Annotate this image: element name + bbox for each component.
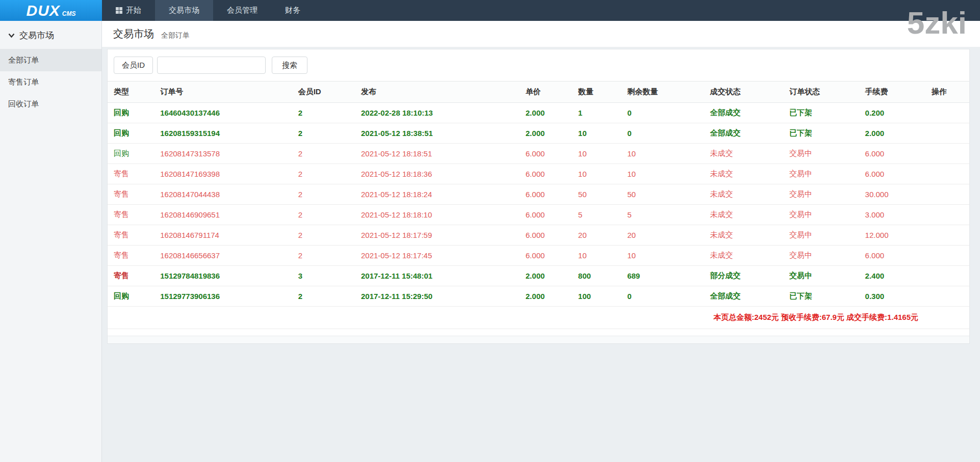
- table-row: 回购1512977390613622017-12-11 15:29:502.00…: [108, 286, 969, 307]
- cell-order_no: 16460430137446: [154, 103, 292, 123]
- cell-remaining: 10: [621, 246, 704, 266]
- nav-item-label: 交易市场: [169, 6, 199, 15]
- cell-deal_status: 未成交: [704, 144, 783, 164]
- cell-qty: 10: [572, 164, 621, 184]
- cell-member_id: 2: [292, 205, 355, 225]
- cell-remaining: 20: [621, 225, 704, 246]
- table-row: 寄售1620814690965122021-05-12 18:18:106.00…: [108, 205, 969, 225]
- table-row: 寄售1620814716939822021-05-12 18:18:366.00…: [108, 164, 969, 184]
- cell-action: [925, 246, 969, 266]
- cell-price: 6.000: [520, 184, 572, 205]
- cell-member_id: 2: [292, 286, 355, 307]
- cell-price: 2.000: [520, 123, 572, 144]
- cell-type: 寄售: [108, 266, 154, 286]
- cell-published: 2021-05-12 18:38:51: [355, 123, 520, 144]
- cell-deal_status: 全部成交: [704, 123, 783, 144]
- cell-qty: 50: [572, 184, 621, 205]
- column-header: 剩余数量: [621, 81, 704, 103]
- cell-type: 寄售: [108, 225, 154, 246]
- cell-order_no: 16208159315194: [154, 123, 292, 144]
- cell-type: 回购: [108, 103, 154, 123]
- nav-item-label: 开始: [126, 6, 141, 15]
- cell-order_no: 16208146791174: [154, 225, 292, 246]
- cell-order_status: 交易中: [783, 205, 859, 225]
- member-id-input[interactable]: [157, 57, 266, 74]
- main-content: 交易市场 全部订单 会员ID 搜索 类型订单号会员ID发布单价数量剩余数量成交状…: [102, 21, 980, 462]
- cell-action: [925, 286, 969, 307]
- cell-fee: 3.000: [859, 205, 925, 225]
- cell-published: 2021-05-12 18:18:36: [355, 164, 520, 184]
- cell-deal_status: 未成交: [704, 164, 783, 184]
- chevron-down-icon: [8, 31, 15, 41]
- cell-price: 6.000: [520, 144, 572, 164]
- cell-remaining: 5: [621, 205, 704, 225]
- cell-member_id: 3: [292, 266, 355, 286]
- nav-item-members[interactable]: 会员管理: [213, 0, 271, 21]
- cell-action: [925, 184, 969, 205]
- cell-remaining: 0: [621, 286, 704, 307]
- orders-table: 类型订单号会员ID发布单价数量剩余数量成交状态订单状态手续费操作 回购16460…: [108, 81, 969, 329]
- cell-order_status: 交易中: [783, 144, 859, 164]
- cell-qty: 10: [572, 123, 621, 144]
- cell-order_status: 交易中: [783, 225, 859, 246]
- panel-footer: [108, 336, 969, 343]
- cell-order_no: 15129773906136: [154, 286, 292, 307]
- cell-fee: 2.400: [859, 266, 925, 286]
- column-header: 类型: [108, 81, 154, 103]
- nav-item-finance[interactable]: 财务: [271, 0, 314, 21]
- page-title: 交易市场: [113, 27, 154, 41]
- cell-order_no: 16208147044438: [154, 184, 292, 205]
- cell-order_status: 交易中: [783, 164, 859, 184]
- navbar-menu: 开始交易市场会员管理财务: [102, 0, 980, 21]
- cell-deal_status: 未成交: [704, 246, 783, 266]
- cell-published: 2021-05-12 18:18:10: [355, 205, 520, 225]
- cell-qty: 1: [572, 103, 621, 123]
- cell-type: 寄售: [108, 246, 154, 266]
- cell-member_id: 2: [292, 103, 355, 123]
- cell-action: [925, 266, 969, 286]
- logo[interactable]: DUX CMS: [0, 0, 102, 21]
- table-header: 类型订单号会员ID发布单价数量剩余数量成交状态订单状态手续费操作: [108, 81, 969, 103]
- cell-order_status: 交易中: [783, 246, 859, 266]
- search-bar: 会员ID 搜索: [108, 49, 969, 81]
- cell-remaining: 0: [621, 103, 704, 123]
- search-button[interactable]: 搜索: [272, 57, 307, 74]
- cell-remaining: 50: [621, 184, 704, 205]
- cell-qty: 5: [572, 205, 621, 225]
- cell-order_no: 16208146909651: [154, 205, 292, 225]
- cell-deal_status: 全部成交: [704, 103, 783, 123]
- column-header: 单价: [520, 81, 572, 103]
- cell-fee: 6.000: [859, 144, 925, 164]
- topbar: DUX CMS 开始交易市场会员管理财务: [0, 0, 980, 21]
- sidebar-item-consign-orders[interactable]: 寄售订单: [0, 71, 101, 93]
- cell-published: 2021-05-12 18:18:24: [355, 184, 520, 205]
- cell-type: 寄售: [108, 184, 154, 205]
- cell-qty: 10: [572, 246, 621, 266]
- sidebar-item-recycle-orders[interactable]: 回收订单: [0, 93, 101, 115]
- column-header: 成交状态: [704, 81, 783, 103]
- layout: 交易市场 全部订单寄售订单回收订单 交易市场 全部订单 会员ID 搜索 类型订单…: [0, 21, 980, 462]
- table-row: 寄售1620814704443822021-05-12 18:18:246.00…: [108, 184, 969, 205]
- cell-order_status: 已下架: [783, 286, 859, 307]
- cell-order_no: 16208147313578: [154, 144, 292, 164]
- breadcrumb-sub: 全部订单: [161, 31, 190, 40]
- cell-fee: 6.000: [859, 164, 925, 184]
- cell-published: 2022-02-28 18:10:13: [355, 103, 520, 123]
- cell-type: 回购: [108, 144, 154, 164]
- cell-fee: 6.000: [859, 246, 925, 266]
- column-header: 手续费: [859, 81, 925, 103]
- sidebar: 交易市场 全部订单寄售订单回收订单: [0, 21, 102, 462]
- table-row: 寄售1512978481983632017-12-11 15:48:012.00…: [108, 266, 969, 286]
- column-header: 订单号: [154, 81, 292, 103]
- cell-type: 回购: [108, 123, 154, 144]
- sidebar-item-all-orders[interactable]: 全部订单: [0, 49, 101, 71]
- cell-deal_status: 未成交: [704, 184, 783, 205]
- table-row: 回购1646043013744622022-02-28 18:10:132.00…: [108, 103, 969, 123]
- cell-deal_status: 未成交: [704, 225, 783, 246]
- sidebar-section-header[interactable]: 交易市场: [0, 21, 101, 49]
- nav-item-market[interactable]: 交易市场: [155, 0, 213, 21]
- cell-price: 2.000: [520, 103, 572, 123]
- cell-fee: 0.300: [859, 286, 925, 307]
- cell-remaining: 10: [621, 164, 704, 184]
- nav-item-start[interactable]: 开始: [102, 0, 155, 21]
